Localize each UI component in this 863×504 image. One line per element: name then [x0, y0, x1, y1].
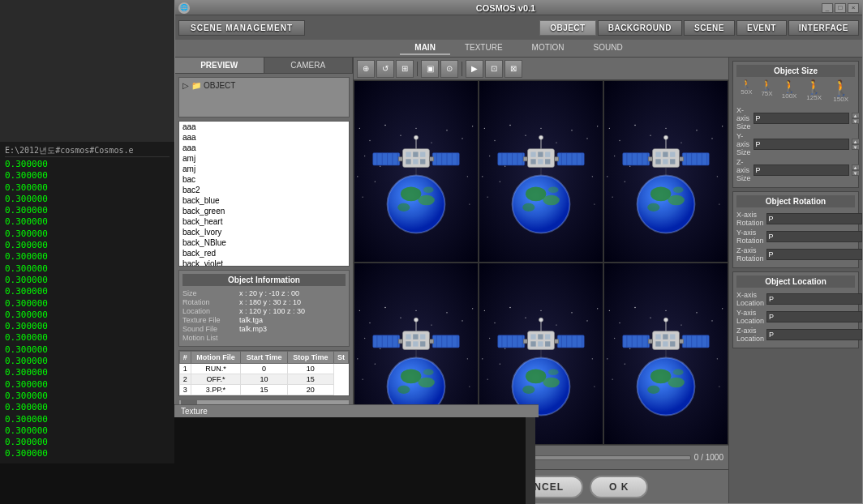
file-list-item[interactable]: amj — [179, 164, 349, 174]
svg-point-19 — [363, 197, 363, 198]
object-location-section: Object Location X-axis Location ▲ ▼ Y-ax… — [732, 271, 859, 348]
size-75x-button[interactable]: 🚶 75X — [761, 80, 773, 103]
toolbar-btn-6[interactable]: ▶ — [466, 60, 483, 78]
toolbar-btn-1[interactable]: ⊕ — [357, 60, 375, 78]
motion-table-row[interactable]: 1RUN.*010 — [180, 364, 349, 374]
toolbar-btn-3[interactable]: ⊞ — [396, 60, 414, 78]
file-list-item[interactable]: aaa — [179, 132, 349, 143]
size-axis-input-1[interactable] — [754, 139, 849, 150]
rotation-axis-input-2[interactable] — [766, 249, 862, 260]
file-list-item[interactable]: back_red — [179, 248, 349, 258]
maximize-button[interactable]: □ — [835, 3, 846, 13]
size-150x-label: 150X — [833, 96, 848, 103]
subtab-sound[interactable]: SOUND — [579, 41, 638, 55]
tab-scene[interactable]: SCENE — [684, 20, 735, 36]
file-list[interactable]: aaaaaaaaaamjamjbacbac2back_blueback_gree… — [178, 121, 350, 267]
motion-table-cell: 15 — [287, 374, 333, 385]
svg-point-168 — [400, 318, 401, 318]
svg-rect-311 — [663, 341, 668, 346]
svg-point-63 — [597, 126, 598, 126]
rotation-axis-label-0: X-axis Rotation — [736, 211, 764, 227]
svg-point-4 — [415, 128, 416, 129]
toolbar-btn-8[interactable]: ⊠ — [504, 60, 522, 78]
size-down-arrow-2[interactable]: ▼ — [852, 170, 860, 176]
file-list-item[interactable]: aaa — [179, 143, 349, 153]
tab-event[interactable]: EVENT — [736, 20, 787, 36]
object-tree: ▷ 📁 OBJECT — [178, 77, 350, 117]
satellite-scene-svg — [604, 81, 728, 262]
motion-table-row[interactable]: 33.PP.*1520 — [180, 385, 349, 395]
scene-management-button[interactable]: SCENE MANAGEMENT — [178, 20, 305, 36]
file-list-item[interactable]: back_violet — [179, 258, 349, 267]
size-50x-label: 50X — [741, 88, 752, 96]
file-list-item[interactable]: back_heart — [179, 216, 349, 227]
file-list-item[interactable]: amj — [179, 153, 349, 164]
size-100x-button[interactable]: 🚶 100X — [782, 80, 797, 103]
rotation-axis-row-0: X-axis Rotation ▲ ▼ — [736, 211, 855, 227]
svg-point-18 — [467, 176, 468, 177]
satellite-scene-svg — [354, 81, 478, 262]
svg-rect-202 — [420, 341, 425, 346]
minimize-button[interactable]: _ — [822, 3, 833, 13]
size-axis-row-0: X-axis Size ▲ ▼ — [736, 106, 855, 130]
location-axis-row-1: Y-axis Location ▲ ▼ — [736, 309, 855, 325]
size-axis-input-0[interactable] — [754, 113, 849, 124]
file-list-item[interactable]: back_green — [179, 206, 349, 216]
svg-point-184 — [363, 379, 363, 380]
toolbar-btn-5[interactable]: ⊙ — [440, 60, 458, 78]
svg-point-224 — [540, 310, 541, 311]
rotation-axis-input-0[interactable] — [766, 213, 862, 224]
file-list-item[interactable]: bac2 — [179, 185, 349, 195]
size-axis-label-0: X-axis Size — [736, 106, 751, 130]
object-info-row: Sound Filetalk.mp3 — [182, 325, 346, 333]
svg-point-114 — [665, 128, 666, 129]
obj-info-value: x : 180 y : 30 z : 10 — [239, 298, 301, 306]
svg-point-9 — [364, 156, 365, 156]
file-list-item[interactable]: back_NBlue — [179, 237, 349, 248]
camera-tab[interactable]: CAMERA — [264, 58, 354, 73]
console-line: 0.300000 — [5, 182, 170, 194]
size-up-arrow-1[interactable]: ▲ — [852, 139, 860, 144]
svg-point-188 — [469, 386, 470, 387]
location-axis-input-2[interactable] — [766, 329, 862, 340]
tree-object-item[interactable]: ▷ 📁 OBJECT — [182, 81, 346, 90]
size-down-arrow-1[interactable]: ▼ — [852, 144, 860, 150]
toolbar-btn-7[interactable]: ⊡ — [485, 60, 503, 78]
svg-point-249 — [548, 369, 559, 376]
size-125x-button[interactable]: 🚶 125X — [805, 80, 822, 103]
size-up-arrow-0[interactable]: ▲ — [852, 113, 860, 118]
svg-rect-89 — [545, 152, 550, 156]
motion-table-cell: 10 — [287, 364, 333, 374]
svg-point-83 — [522, 203, 535, 211]
svg-point-28 — [397, 203, 410, 211]
size-50x-button[interactable]: 🚶 50X — [741, 80, 752, 103]
size-down-arrow-0[interactable]: ▼ — [852, 118, 860, 124]
file-list-item[interactable]: aaa — [179, 122, 349, 132]
subtab-main[interactable]: MAIN — [400, 41, 450, 55]
motion-table-row[interactable]: 2OFF.*1015 — [180, 374, 349, 385]
motion-table-cell: 1 — [180, 364, 191, 374]
svg-point-301 — [650, 369, 671, 384]
tab-interface[interactable]: INTERFACE — [788, 20, 859, 36]
toolbar-btn-4[interactable]: ▣ — [421, 60, 439, 78]
ok-button-2[interactable]: O K — [590, 476, 648, 498]
tab-background[interactable]: BACKGROUND — [598, 20, 682, 36]
size-up-arrow-2[interactable]: ▲ — [852, 164, 860, 170]
close-button[interactable]: × — [848, 3, 859, 13]
svg-point-116 — [696, 130, 697, 130]
file-list-item[interactable]: bac — [179, 174, 349, 185]
file-list-item[interactable]: back_blue — [179, 195, 349, 206]
size-axis-input-2[interactable] — [754, 164, 849, 176]
location-axis-input-1[interactable] — [766, 311, 862, 322]
file-list-item[interactable]: back_Ivory — [179, 227, 349, 237]
rotation-axis-input-1[interactable] — [766, 231, 862, 242]
location-axis-input-0[interactable] — [766, 293, 862, 305]
toolbar-btn-2[interactable]: ↺ — [376, 60, 394, 78]
tab-object[interactable]: OBJECT — [539, 20, 596, 36]
subtab-motion[interactable]: MOTION — [517, 41, 579, 55]
bottom-scrollbar[interactable] — [526, 417, 535, 504]
size-150x-button[interactable]: 🚶 150X — [831, 80, 851, 103]
preview-tab[interactable]: PREVIEW — [175, 58, 264, 73]
subtab-texture[interactable]: TEXTURE — [450, 41, 517, 55]
svg-point-139 — [673, 187, 684, 194]
